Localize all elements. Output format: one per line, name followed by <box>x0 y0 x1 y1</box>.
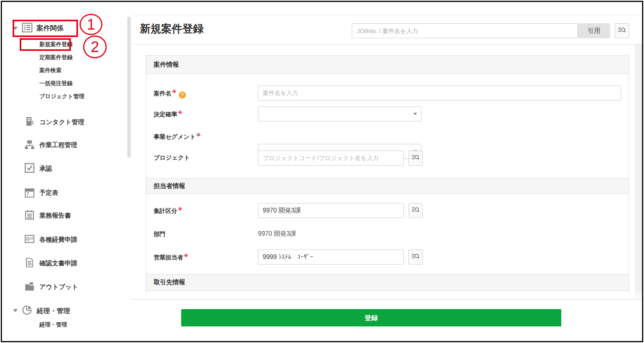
job-search-field <box>352 23 578 38</box>
sales-rep-input[interactable] <box>258 250 404 265</box>
case-name-label: 案件名※? <box>154 89 186 99</box>
sidebar-item-contact-mgmt-label: コンタクト管理 <box>39 118 84 127</box>
footer-bar: 登録 <box>132 299 643 330</box>
required-mark: ※ <box>178 207 182 211</box>
search-list-icon <box>618 26 626 35</box>
sidebar-scrollbar-thumb[interactable] <box>127 17 131 158</box>
sales-rep-label: 営業担当者※ <box>154 253 188 261</box>
sidebar-item-approval-label: 承認 <box>39 165 52 173</box>
sidebar-item-confirm-doc-label: 確認文書申請 <box>39 259 77 268</box>
project-field <box>258 151 404 166</box>
job-search-input[interactable] <box>352 23 578 38</box>
quote-button[interactable]: 引用 <box>578 23 610 38</box>
sidebar-group-keiri-label: 経理・管理 <box>37 306 70 315</box>
decision-probability-select[interactable] <box>258 106 421 121</box>
project-search-button[interactable] <box>408 151 423 166</box>
sidebar-item-work-report-label: 業務報告書 <box>39 212 71 220</box>
calendar-icon: 7 <box>24 187 35 198</box>
sidebar-group-keiri[interactable]: 経理・管理 <box>13 303 70 319</box>
department-value: 9970 開発3課 <box>258 230 296 238</box>
pie-chart-icon <box>22 304 33 317</box>
sidebar: 案件関係 新規案件登録 定期案件登録 案件検索 一括発注登録 プロジェクト管理 … <box>2 2 132 342</box>
help-icon[interactable]: ? <box>179 91 186 99</box>
project-label: プロジェクト <box>154 154 190 162</box>
business-segment-label: 事業セグメント※ <box>154 132 200 141</box>
section-staff-info: 担当者情報 <box>146 178 629 194</box>
advanced-search-button[interactable] <box>615 23 629 38</box>
required-mark: ※ <box>178 110 182 115</box>
search-list-icon <box>412 206 419 215</box>
sidebar-item-process-mgmt[interactable]: 作業工程管理 <box>24 137 77 153</box>
sidebar-item-project-mgmt[interactable]: プロジェクト管理 <box>39 93 84 100</box>
sidebar-item-approval[interactable]: 承認 <box>24 161 52 177</box>
annotation-circle-2: 2 <box>83 35 107 58</box>
search-list-icon <box>412 154 419 163</box>
annotation-box-new-case <box>20 38 71 51</box>
sidebar-item-contact-mgmt[interactable]: コンタクト管理 <box>24 114 84 130</box>
output-folder-icon <box>24 281 35 293</box>
report-clipboard-icon <box>24 209 35 222</box>
calendar-day-label: 7 <box>26 192 29 197</box>
required-mark: ※ <box>197 132 201 137</box>
scroll-fade <box>132 291 643 299</box>
submit-button[interactable]: 登録 <box>181 309 561 326</box>
sidebar-item-work-report[interactable]: 業務報告書 <box>24 208 71 224</box>
sidebar-item-recurring-case[interactable]: 定期案件登録 <box>39 54 72 61</box>
sales-rep-search-button[interactable] <box>408 250 423 265</box>
expense-safe-icon <box>24 233 35 246</box>
sidebar-item-schedule-label: 予定表 <box>39 189 58 197</box>
department-label: 部門 <box>154 231 165 238</box>
case-name-input[interactable] <box>258 86 621 101</box>
aggregation-category-label: 集計区分※ <box>154 207 182 215</box>
search-list-icon <box>412 253 419 262</box>
sidebar-item-keiri-sub[interactable]: 経理・管理 <box>39 321 67 328</box>
main-scroll-track[interactable] <box>635 45 642 317</box>
chevron-down-icon <box>413 113 417 115</box>
app-window: 案件関係 新規案件登録 定期案件登録 案件検索 一括発注登録 プロジェクト管理 … <box>1 1 643 342</box>
document-icon <box>24 257 35 270</box>
sidebar-item-output-label: アウトプット <box>39 283 78 291</box>
aggregation-category-input[interactable] <box>258 203 404 218</box>
decision-probability-label: 決定確率※ <box>154 110 182 118</box>
chevron-expanded-icon[interactable] <box>13 309 18 312</box>
sidebar-item-expense-request-label: 各種経費申請 <box>39 236 77 244</box>
sidebar-item-schedule[interactable]: 7 予定表 <box>24 185 58 201</box>
page-title: 新規案件登録 <box>140 22 204 36</box>
aggregation-category-field <box>258 203 404 218</box>
annotation-box-group <box>13 20 78 37</box>
case-name-field <box>258 86 621 101</box>
contact-mgmt-icon <box>24 116 35 129</box>
required-mark: ※ <box>172 89 176 94</box>
sidebar-item-process-mgmt-label: 作業工程管理 <box>39 141 77 149</box>
aggregation-category-search-button[interactable] <box>408 203 423 218</box>
sitemap-icon <box>24 139 35 151</box>
sidebar-item-bulk-order[interactable]: 一括発注登録 <box>39 80 72 87</box>
required-mark: ※ <box>184 253 188 258</box>
project-input[interactable] <box>258 151 404 166</box>
sidebar-item-expense-request[interactable]: 各種経費申請 <box>24 232 77 248</box>
sidebar-item-case-search[interactable]: 案件検索 <box>39 67 61 74</box>
top-hairline <box>132 15 643 15</box>
annotation-circle-1: 1 <box>80 14 102 35</box>
sidebar-item-confirm-doc[interactable]: 確認文書申請 <box>24 255 77 271</box>
header-divider <box>132 44 643 45</box>
section-case-info: 案件情報 <box>146 56 629 74</box>
form-panel: 案件情報 案件名※? 決定確率※ 事業セグメント※ プロジェクト <box>146 55 629 299</box>
approval-check-icon <box>24 162 35 175</box>
sidebar-item-output[interactable]: アウトプット <box>24 279 78 295</box>
section-client-info: 取引先情報 <box>146 274 629 291</box>
sales-rep-field <box>258 250 404 265</box>
